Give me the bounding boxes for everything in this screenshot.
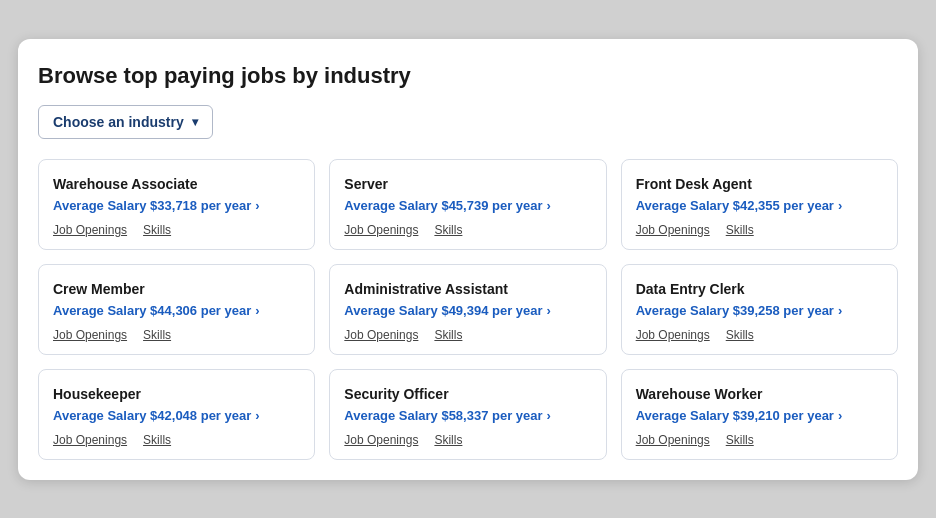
job-card: Front Desk Agent Average Salary $42,355 … xyxy=(621,159,898,250)
salary-arrow-icon[interactable]: › xyxy=(547,408,551,423)
dropdown-label: Choose an industry xyxy=(53,114,184,130)
salary-arrow-icon[interactable]: › xyxy=(838,303,842,318)
skills-link[interactable]: Skills xyxy=(726,433,754,447)
salary-text[interactable]: Average Salary $42,048 per year xyxy=(53,408,251,423)
job-openings-link[interactable]: Job Openings xyxy=(344,328,418,342)
salary-row: Average Salary $42,048 per year › xyxy=(53,408,300,423)
job-title: Security Officer xyxy=(344,386,591,402)
salary-row: Average Salary $39,210 per year › xyxy=(636,408,883,423)
job-card: Server Average Salary $45,739 per year ›… xyxy=(329,159,606,250)
salary-text[interactable]: Average Salary $39,258 per year xyxy=(636,303,834,318)
links-row: Job Openings Skills xyxy=(53,223,300,237)
salary-text[interactable]: Average Salary $42,355 per year xyxy=(636,198,834,213)
job-card: Administrative Assistant Average Salary … xyxy=(329,264,606,355)
links-row: Job Openings Skills xyxy=(636,433,883,447)
salary-text[interactable]: Average Salary $33,718 per year xyxy=(53,198,251,213)
links-row: Job Openings Skills xyxy=(53,433,300,447)
job-title: Warehouse Worker xyxy=(636,386,883,402)
salary-row: Average Salary $39,258 per year › xyxy=(636,303,883,318)
salary-row: Average Salary $45,739 per year › xyxy=(344,198,591,213)
skills-link[interactable]: Skills xyxy=(434,328,462,342)
salary-arrow-icon[interactable]: › xyxy=(255,408,259,423)
salary-text[interactable]: Average Salary $44,306 per year xyxy=(53,303,251,318)
links-row: Job Openings Skills xyxy=(344,223,591,237)
salary-arrow-icon[interactable]: › xyxy=(255,303,259,318)
salary-row: Average Salary $42,355 per year › xyxy=(636,198,883,213)
skills-link[interactable]: Skills xyxy=(726,223,754,237)
salary-row: Average Salary $58,337 per year › xyxy=(344,408,591,423)
links-row: Job Openings Skills xyxy=(53,328,300,342)
skills-link[interactable]: Skills xyxy=(726,328,754,342)
links-row: Job Openings Skills xyxy=(636,328,883,342)
salary-arrow-icon[interactable]: › xyxy=(547,198,551,213)
job-title: Housekeeper xyxy=(53,386,300,402)
job-openings-link[interactable]: Job Openings xyxy=(636,433,710,447)
salary-arrow-icon[interactable]: › xyxy=(838,198,842,213)
page-title: Browse top paying jobs by industry xyxy=(38,63,898,89)
job-card: Warehouse Associate Average Salary $33,7… xyxy=(38,159,315,250)
salary-text[interactable]: Average Salary $58,337 per year xyxy=(344,408,542,423)
chevron-down-icon: ▾ xyxy=(192,115,198,129)
job-card: Housekeeper Average Salary $42,048 per y… xyxy=(38,369,315,460)
jobs-grid: Warehouse Associate Average Salary $33,7… xyxy=(38,159,898,460)
skills-link[interactable]: Skills xyxy=(434,433,462,447)
salary-text[interactable]: Average Salary $45,739 per year xyxy=(344,198,542,213)
links-row: Job Openings Skills xyxy=(636,223,883,237)
job-openings-link[interactable]: Job Openings xyxy=(636,328,710,342)
job-title: Administrative Assistant xyxy=(344,281,591,297)
job-title: Front Desk Agent xyxy=(636,176,883,192)
job-openings-link[interactable]: Job Openings xyxy=(53,433,127,447)
links-row: Job Openings Skills xyxy=(344,328,591,342)
links-row: Job Openings Skills xyxy=(344,433,591,447)
salary-text[interactable]: Average Salary $49,394 per year xyxy=(344,303,542,318)
skills-link[interactable]: Skills xyxy=(143,328,171,342)
job-card: Crew Member Average Salary $44,306 per y… xyxy=(38,264,315,355)
salary-arrow-icon[interactable]: › xyxy=(255,198,259,213)
main-container: Browse top paying jobs by industry Choos… xyxy=(18,39,918,480)
job-openings-link[interactable]: Job Openings xyxy=(636,223,710,237)
job-openings-link[interactable]: Job Openings xyxy=(53,223,127,237)
job-card: Warehouse Worker Average Salary $39,210 … xyxy=(621,369,898,460)
skills-link[interactable]: Skills xyxy=(143,223,171,237)
job-title: Crew Member xyxy=(53,281,300,297)
salary-row: Average Salary $44,306 per year › xyxy=(53,303,300,318)
job-title: Server xyxy=(344,176,591,192)
industry-dropdown-button[interactable]: Choose an industry ▾ xyxy=(38,105,213,139)
job-card: Security Officer Average Salary $58,337 … xyxy=(329,369,606,460)
skills-link[interactable]: Skills xyxy=(143,433,171,447)
salary-row: Average Salary $33,718 per year › xyxy=(53,198,300,213)
job-title: Warehouse Associate xyxy=(53,176,300,192)
skills-link[interactable]: Skills xyxy=(434,223,462,237)
job-card: Data Entry Clerk Average Salary $39,258 … xyxy=(621,264,898,355)
salary-arrow-icon[interactable]: › xyxy=(547,303,551,318)
job-openings-link[interactable]: Job Openings xyxy=(344,433,418,447)
job-title: Data Entry Clerk xyxy=(636,281,883,297)
salary-arrow-icon[interactable]: › xyxy=(838,408,842,423)
salary-row: Average Salary $49,394 per year › xyxy=(344,303,591,318)
salary-text[interactable]: Average Salary $39,210 per year xyxy=(636,408,834,423)
job-openings-link[interactable]: Job Openings xyxy=(53,328,127,342)
job-openings-link[interactable]: Job Openings xyxy=(344,223,418,237)
